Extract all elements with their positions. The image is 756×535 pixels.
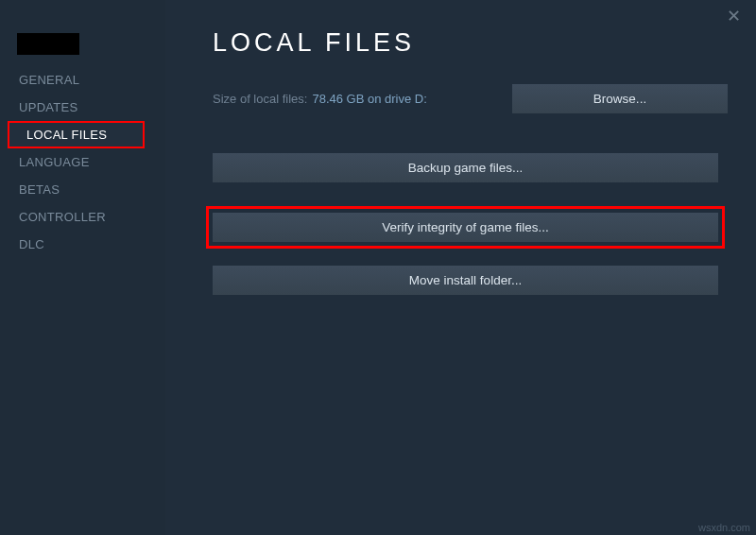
size-value: 78.46 GB on drive D: [312, 92, 426, 106]
sidebar-item-dlc[interactable]: DLC [0, 231, 165, 258]
page-title: LOCAL FILES [213, 28, 728, 58]
move-install-folder-button[interactable]: Move install folder... [213, 266, 718, 295]
properties-window: ✕ GENERAL UPDATES LOCAL FILES LANGUAGE B… [0, 0, 756, 535]
sidebar-item-betas[interactable]: BETAS [0, 176, 165, 203]
browse-button[interactable]: Browse... [512, 84, 728, 113]
sidebar-item-general[interactable]: GENERAL [0, 66, 165, 94]
verify-integrity-button[interactable]: Verify integrity of game files... [213, 213, 718, 242]
backup-game-files-button[interactable]: Backup game files... [213, 153, 718, 182]
sidebar-item-controller[interactable]: CONTROLLER [0, 203, 165, 231]
size-row: Size of local files: 78.46 GB on drive D… [213, 84, 728, 113]
game-title-redacted [17, 33, 79, 55]
sidebar: GENERAL UPDATES LOCAL FILES LANGUAGE BET… [0, 0, 165, 535]
sidebar-item-updates[interactable]: UPDATES [0, 94, 165, 121]
size-label: Size of local files: [213, 92, 307, 106]
sidebar-item-language[interactable]: LANGUAGE [0, 148, 165, 176]
sidebar-item-local-files[interactable]: LOCAL FILES [8, 121, 145, 148]
verify-highlight-box: Verify integrity of game files... [206, 206, 725, 249]
watermark: wsxdn.com [698, 522, 750, 533]
main-panel: LOCAL FILES Size of local files: 78.46 G… [165, 0, 756, 535]
